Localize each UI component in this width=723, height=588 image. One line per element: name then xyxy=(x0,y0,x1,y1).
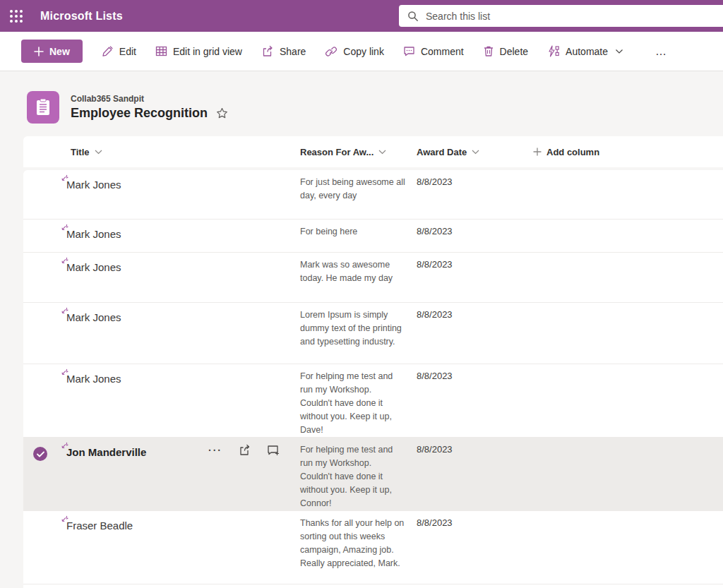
column-header-title-label: Title xyxy=(71,147,90,157)
page-title: Employee Recognition xyxy=(71,106,208,121)
plus-icon xyxy=(34,47,44,56)
trash-icon xyxy=(483,45,494,57)
automate-button[interactable]: Automate xyxy=(547,45,623,57)
new-item-sparkle-icon xyxy=(60,442,68,450)
row-award-date-cell: 8/8/2023 xyxy=(417,364,533,437)
row-filler xyxy=(533,253,723,302)
edit-button-label: Edit xyxy=(119,46,136,57)
row-award-date-cell: 8/8/2023 xyxy=(417,170,533,219)
search-placeholder: Search this list xyxy=(426,11,490,22)
site-name[interactable]: Collab365 Sandpit xyxy=(71,94,228,104)
row-title-text: Mark Jones xyxy=(66,311,121,323)
row-filler xyxy=(533,170,723,219)
new-button[interactable]: New xyxy=(21,40,83,63)
row-title-text: Fraser Beadle xyxy=(66,520,133,532)
row-award-date-text: 8/8/2023 xyxy=(417,176,453,187)
new-item-sparkle-icon xyxy=(60,515,68,524)
automate-button-label: Automate xyxy=(566,46,608,57)
table-row[interactable]: Mark Jones Mark was so awesome today. He… xyxy=(23,253,723,303)
edit-in-grid-view-button[interactable]: Edit in grid view xyxy=(155,45,242,57)
row-title-text: Mark Jones xyxy=(66,261,121,273)
table-row[interactable]: Mark Jones For being here 8/8/2023 xyxy=(23,220,723,253)
column-header-title[interactable]: Title xyxy=(66,147,300,157)
row-reason-cell: For helping me test and run my Workshop.… xyxy=(300,438,417,510)
page-content: Collab365 Sandpit Employee Recognition T… xyxy=(0,71,723,588)
row-award-date-text: 8/8/2023 xyxy=(417,444,453,455)
row-reason-cell: For helping me test and run my Workshop.… xyxy=(300,364,417,437)
row-award-date-cell: 8/8/2023 xyxy=(417,438,533,510)
waffle-icon xyxy=(9,9,23,23)
search-input[interactable]: Search this list xyxy=(399,5,723,27)
table-row[interactable]: Mark Jones Lorem Ipsum is simply dummy t… xyxy=(23,303,723,364)
table-row[interactable]: Fraser Beadle Thanks for all your help o… xyxy=(23,511,723,584)
new-item-sparkle-icon xyxy=(60,307,68,316)
table-row[interactable]: Mark Jones For helping me test and run m… xyxy=(23,364,723,438)
chevron-down-icon xyxy=(472,150,479,155)
row-title-text: Mark Jones xyxy=(66,228,121,240)
row-award-date-text: 8/8/2023 xyxy=(417,517,453,528)
share-icon xyxy=(261,45,274,57)
new-button-label: New xyxy=(49,46,70,57)
row-title-cell[interactable]: Mark Jones xyxy=(66,253,300,302)
clipboard-icon xyxy=(35,98,52,116)
chevron-down-icon xyxy=(378,150,386,155)
toolbar-overflow-button[interactable]: … xyxy=(655,45,668,58)
row-title-cell[interactable]: Mark Jones xyxy=(66,303,300,364)
row-title-text: Mark Jones xyxy=(66,373,121,385)
row-title-cell[interactable]: Mark Jones xyxy=(66,170,300,219)
row-reason-text: Mark was so awesome today. He made my da… xyxy=(300,258,406,285)
row-filler xyxy=(533,511,723,584)
edit-button[interactable]: Edit xyxy=(102,45,136,57)
row-award-date-text: 8/8/2023 xyxy=(417,371,453,381)
chevron-down-icon xyxy=(95,150,102,155)
comment-button-label: Comment xyxy=(421,46,464,57)
add-column-label: Add column xyxy=(546,147,599,157)
column-header-award-date-label: Award Date xyxy=(417,147,467,157)
row-reason-text: For helping me test and run my Workshop.… xyxy=(300,370,406,437)
add-column-button[interactable]: Add column xyxy=(533,147,723,157)
row-award-date-cell: 8/8/2023 xyxy=(417,220,533,252)
row-comment-add-icon[interactable] xyxy=(267,445,280,456)
share-button[interactable]: Share xyxy=(261,45,306,57)
copy-link-button[interactable]: Copy link xyxy=(325,46,384,57)
check-icon xyxy=(37,451,44,457)
comment-icon xyxy=(403,45,415,57)
row-title-cell[interactable]: Fraser Beadle xyxy=(66,511,300,584)
link-icon xyxy=(325,46,337,57)
command-bar: New Edit Edit in grid view Share Copy li… xyxy=(0,32,723,71)
column-header-reason[interactable]: Reason For Aw... xyxy=(300,147,417,157)
row-award-date-cell: 8/8/2023 xyxy=(417,303,533,364)
row-selected-checkmark[interactable] xyxy=(33,447,47,461)
delete-button-label: Delete xyxy=(500,46,528,57)
row-reason-text: Thanks for all your help on sorting out … xyxy=(300,517,406,570)
app-header: Microsoft Lists Search this list xyxy=(0,0,723,32)
table-row[interactable]: Mark Jones For just being awesome all da… xyxy=(23,170,723,220)
chevron-down-icon xyxy=(615,49,623,54)
table-header-row: Title Reason For Aw... Award Date xyxy=(23,136,723,167)
row-title-text: Mark Jones xyxy=(66,179,121,191)
row-filler xyxy=(533,303,723,364)
table-row[interactable]: Jon Manderville ··· For helping me test … xyxy=(23,438,723,511)
row-reason-cell: For just being awesome all day, every da… xyxy=(300,170,417,219)
grid-icon xyxy=(155,45,167,57)
column-header-award-date[interactable]: Award Date xyxy=(417,147,533,157)
new-item-sparkle-icon xyxy=(60,224,68,232)
row-award-date-text: 8/8/2023 xyxy=(417,226,453,236)
row-award-date-text: 8/8/2023 xyxy=(417,259,453,270)
app-launcher-icon[interactable] xyxy=(0,0,32,32)
table-row-partial xyxy=(23,584,723,588)
favorite-star-icon[interactable] xyxy=(216,107,228,119)
row-hover-actions: ··· xyxy=(208,444,280,456)
delete-button[interactable]: Delete xyxy=(483,45,528,57)
row-share-icon[interactable] xyxy=(238,444,251,456)
row-title-cell[interactable]: Mark Jones xyxy=(66,364,300,437)
row-more-actions-icon[interactable]: ··· xyxy=(208,445,222,456)
row-title-cell[interactable]: Jon Manderville ··· xyxy=(66,438,300,510)
comment-button[interactable]: Comment xyxy=(403,45,464,57)
new-item-sparkle-icon xyxy=(60,257,68,265)
row-reason-cell: Lorem Ipsum is simply dummy text of the … xyxy=(300,303,417,364)
list-header: Collab365 Sandpit Employee Recognition xyxy=(0,71,723,124)
table-body: Mark Jones For just being awesome all da… xyxy=(23,170,723,588)
row-title-cell[interactable]: Mark Jones xyxy=(66,220,300,252)
plus-icon xyxy=(533,148,542,156)
